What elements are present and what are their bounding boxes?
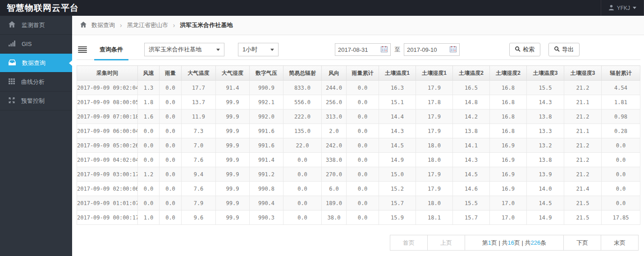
- table-cell: 21.5: [564, 196, 602, 210]
- table-cell: 17.85: [602, 210, 640, 225]
- table-cell: 16.9: [490, 153, 527, 167]
- table-cell: 15.1: [379, 95, 416, 110]
- breadcrumb-item-city[interactable]: 黑龙江省密山市: [127, 21, 168, 29]
- column-header: 辐射累计: [602, 66, 640, 81]
- station-select-value: 洪军玉米合作社基地: [149, 46, 201, 54]
- table-cell: 13.8: [453, 124, 490, 138]
- table-cell: 13.8: [527, 153, 564, 167]
- prev-page-button[interactable]: 上页: [427, 235, 465, 251]
- menu-icon[interactable]: [78, 46, 87, 53]
- last-page-button[interactable]: 末页: [601, 235, 639, 251]
- table-cell: 21.5: [564, 210, 602, 225]
- calendar-icon[interactable]: [381, 46, 388, 54]
- table-cell: 17.0: [490, 210, 527, 225]
- chevron-down-icon: [270, 49, 274, 51]
- chevron-down-icon: [216, 49, 220, 51]
- tab-query-conditions[interactable]: 查询条件: [94, 40, 128, 60]
- table-cell: 17.9: [416, 81, 453, 95]
- table-cell: 14.3: [527, 95, 564, 110]
- table-cell: 0.0: [347, 95, 379, 110]
- date-to-input[interactable]: 2017-09-10: [404, 43, 460, 56]
- table-cell: 0.0: [347, 153, 379, 167]
- inbox-icon: [9, 59, 16, 67]
- table-row: 2017-09-09 06:00:040.00.07.399.9991.6135…: [77, 124, 640, 138]
- table-row: 2017-09-09 00:00:171.00.09.699.9990.30.0…: [77, 210, 640, 225]
- search-button-label: 检索: [523, 46, 534, 54]
- sidebar-item-monitor-home[interactable]: 监测首页: [0, 16, 72, 35]
- main-content: 数据查询 › 黑龙江省密山市 › 洪军玉米合作社基地 查询条件 洪军玉米合作社基…: [72, 16, 644, 256]
- sidebar-item-gis[interactable]: GIS: [0, 35, 72, 54]
- station-select[interactable]: 洪军玉米合作社基地: [144, 43, 224, 56]
- table-cell: 0.0: [160, 167, 182, 182]
- table-cell: 7.6: [182, 153, 216, 167]
- sidebar-item-curve-analysis[interactable]: 曲线分析: [0, 73, 72, 91]
- table-cell: 21.2: [564, 167, 602, 182]
- table-cell: 17.9: [416, 110, 453, 124]
- table-cell: 2017-09-09 02:00:06: [77, 182, 138, 196]
- table-cell: 21.1: [564, 124, 602, 138]
- table-cell: 2017-09-09 03:00:17: [77, 167, 138, 182]
- table-cell: 15.7: [453, 210, 490, 225]
- table-cell: 992.0: [250, 110, 283, 124]
- table-cell: 17.8: [416, 95, 453, 110]
- data-table: 采集时间风速雨量大气温度大气湿度数字气压简易总辐射风向雨量累计土壤温度1土壤湿度…: [77, 65, 640, 225]
- table-cell: 1.8: [138, 95, 160, 110]
- table-cell: 18.1: [416, 210, 453, 225]
- table-cell: 14.6: [453, 182, 490, 196]
- table-row: 2017-09-09 03:00:171.20.09.499.9991.20.0…: [77, 167, 640, 182]
- breadcrumb-item-data-query[interactable]: 数据查询: [91, 21, 115, 29]
- sidebar-item-label: GIS: [22, 41, 32, 47]
- table-cell: 99.9: [216, 182, 250, 196]
- table-cell: 2017-09-09 08:00:05: [77, 95, 138, 110]
- table-row: 2017-09-09 01:01:070.00.07.999.9990.40.0…: [77, 196, 640, 210]
- table-cell: 13.3: [527, 124, 564, 138]
- table-cell: 15.0: [379, 167, 416, 182]
- table-cell: 2017-09-09 04:02:04: [77, 153, 138, 167]
- sidebar: 监测首页 GIS 数据查询 曲线分析 预警控制: [0, 16, 72, 256]
- user-menu[interactable]: YFKJ: [601, 0, 644, 16]
- column-header: 土壤湿度2: [490, 66, 527, 81]
- date-from-input[interactable]: 2017-08-31: [335, 43, 391, 56]
- sidebar-item-data-query[interactable]: 数据查询: [0, 54, 72, 73]
- calendar-icon[interactable]: [450, 46, 457, 54]
- sidebar-item-label: 监测首页: [22, 21, 45, 29]
- table-cell: 7.3: [182, 124, 216, 138]
- table-cell: 7.6: [182, 182, 216, 196]
- sidebar-item-alert-control[interactable]: 预警控制: [0, 91, 72, 110]
- search-button[interactable]: 检索: [509, 43, 540, 56]
- first-page-button[interactable]: 首页: [390, 235, 428, 251]
- table-cell: 0.0: [138, 138, 160, 153]
- next-page-button[interactable]: 下页: [563, 235, 601, 251]
- export-button[interactable]: 导出: [548, 43, 580, 56]
- table-cell: 2017-09-09 09:02:04: [77, 81, 138, 95]
- app-title: 智慧物联网云平台: [0, 2, 79, 14]
- total-records-number: 226: [531, 239, 541, 246]
- column-header: 风速: [138, 66, 160, 81]
- table-cell: 0.98: [602, 110, 640, 124]
- data-table-wrap: 采集时间风速雨量大气温度大气湿度数字气压简易总辐射风向雨量累计土壤温度1土壤湿度…: [77, 65, 640, 225]
- table-cell: 992.1: [250, 95, 283, 110]
- table-row: 2017-09-09 09:02:041.30.017.791.4990.983…: [77, 81, 640, 95]
- table-cell: 0.0: [160, 95, 182, 110]
- table-row: 2017-09-09 08:00:051.80.013.799.9992.155…: [77, 95, 640, 110]
- home-icon: [80, 22, 87, 29]
- table-cell: 99.9: [216, 138, 250, 153]
- table-cell: 91.4: [216, 81, 250, 95]
- table-cell: 18.0: [416, 153, 453, 167]
- breadcrumb-separator: ›: [173, 22, 175, 29]
- table-cell: 14.9: [527, 210, 564, 225]
- current-page-number: 1: [488, 239, 491, 246]
- table-cell: 1.3: [138, 81, 160, 95]
- column-header: 土壤湿度1: [416, 66, 453, 81]
- table-cell: 0.0: [602, 182, 640, 196]
- table-cell: 15.2: [379, 182, 416, 196]
- column-header: 大气温度: [182, 66, 216, 81]
- interval-select[interactable]: 1小时: [238, 43, 279, 56]
- breadcrumb-item-current: 洪军玉米合作社基地: [180, 21, 233, 29]
- sidebar-item-label: 数据查询: [22, 59, 46, 67]
- table-cell: 16.5: [453, 81, 490, 95]
- toolbar-buttons: 检索 导出: [509, 43, 580, 56]
- table-cell: 991.2: [250, 167, 283, 182]
- table-cell: 16.3: [379, 81, 416, 95]
- table-cell: 21.1: [564, 95, 602, 110]
